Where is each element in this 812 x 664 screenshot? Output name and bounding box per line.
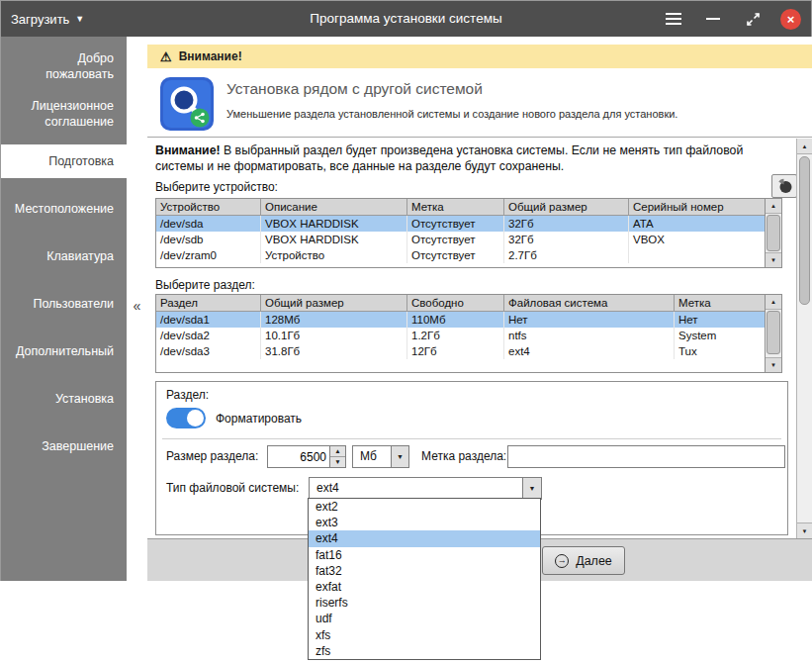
next-arrow-icon: → <box>555 554 569 568</box>
partition-label-label: Метка раздела: <box>421 449 506 463</box>
collapse-sidebar-button[interactable]: « <box>127 298 147 318</box>
sidebar-item-welcome: Добро пожаловать <box>1 43 127 90</box>
minimize-button[interactable] <box>701 7 725 31</box>
sidebar-item-users: Пользователи <box>1 280 127 328</box>
sidebar-item-additional: Дополнительный <box>1 328 127 375</box>
next-button[interactable]: → Далее <box>542 546 625 575</box>
fstype-option[interactable]: udf <box>309 611 540 626</box>
menu-button[interactable] <box>662 7 685 31</box>
maximize-button[interactable] <box>741 7 765 31</box>
close-button[interactable]: × <box>780 9 801 30</box>
table-cell: 10.1Гб <box>261 328 407 343</box>
partition-table-body: Раздел Общий размер Свободно Файловая си… <box>156 295 765 372</box>
expand-icon <box>746 12 761 27</box>
size-input[interactable] <box>268 446 329 467</box>
partition-label-input[interactable] <box>507 445 785 468</box>
device-row-sdb[interactable]: /dev/sdb VBOX HARDDISK Отсутствует 32Гб … <box>156 232 765 247</box>
table-cell: 32Гб <box>504 216 629 232</box>
table-cell: Tux <box>675 343 765 359</box>
notice-text: Внимание! В выбранный раздел будет произ… <box>155 143 788 174</box>
device-row-sda[interactable]: /dev/sda VBOX HARDDISK Отсутствует 32Гб … <box>156 216 765 232</box>
scroll-down-button[interactable]: ▼ <box>766 357 781 372</box>
partition-row-sda1[interactable]: /dev/sda1 128Мб 110Мб Нет Нет <box>156 312 765 328</box>
scrollbar-thumb[interactable] <box>799 156 810 305</box>
sidebar-gutter: « <box>127 37 147 581</box>
scroll-up-button[interactable]: ▲ <box>766 295 781 310</box>
main-scrollbar: ▲ ▼ <box>796 139 812 538</box>
spin-down-button[interactable]: ▼ <box>330 457 345 467</box>
scroll-up-button[interactable]: ▲ <box>797 139 812 154</box>
scrollbar-thumb[interactable] <box>767 215 780 251</box>
table-cell: Отсутствует <box>407 247 504 263</box>
scroll-up-button[interactable]: ▲ <box>766 199 781 214</box>
scrollbar-thumb[interactable] <box>767 311 780 354</box>
column-header: Файловая система <box>504 295 675 312</box>
table-cell: Отсутствует <box>407 216 504 232</box>
device-row-zram0[interactable]: /dev/zram0 Устройство Отсутствует 2.7Гб <box>156 247 765 263</box>
table-cell: ntfs <box>504 328 675 343</box>
fstype-dropdown-list: ext2 ext3 ext4 fat16 fat32 exfat riserfs… <box>308 498 541 660</box>
table-cell: 110Мб <box>407 312 504 328</box>
steps-sidebar: Добро пожаловать Лицензионное соглашение… <box>1 37 127 581</box>
sidebar-item-preparation: Подготовка <box>1 144 127 178</box>
table-cell: 32Гб <box>504 232 629 247</box>
device-table-body: Устройство Описание Метка Общий размер С… <box>156 199 765 267</box>
minimize-icon <box>706 18 720 20</box>
fstype-option-selected[interactable]: ext4 <box>309 530 540 546</box>
table-cell: VBOX HARDDISK <box>261 216 407 232</box>
sidebar-item-keyboard: Клавиатура <box>1 233 127 280</box>
scrollbar-track[interactable] <box>766 214 781 252</box>
column-header: Общий размер <box>261 295 407 312</box>
fstype-option[interactable]: ext2 <box>309 499 540 515</box>
scroll-down-button[interactable]: ▼ <box>797 522 812 538</box>
warning-banner-label: Внимание! <box>179 49 242 63</box>
pie-chart-icon <box>776 178 793 194</box>
table-cell: /dev/zram0 <box>156 247 261 263</box>
disk-utility-icon <box>159 76 215 132</box>
fstype-option[interactable]: fat16 <box>309 547 540 563</box>
column-header: Описание <box>261 199 407 216</box>
spin-up-button[interactable]: ▲ <box>330 446 345 457</box>
column-header: Метка <box>407 199 504 216</box>
partition-box-title: Раздел: <box>166 388 209 402</box>
table-cell: 128Мб <box>261 312 407 328</box>
partition-row-sda3[interactable]: /dev/sda3 31.8Гб 12Гб ext4 Tux <box>156 343 765 359</box>
unit-value: Мб <box>360 449 377 463</box>
pie-chart-button[interactable] <box>771 174 797 198</box>
next-button-label: Далее <box>576 554 612 568</box>
sidebar-item-finish: Завершение <box>1 423 127 470</box>
scrollbar-track[interactable] <box>766 310 781 357</box>
device-section-label: Выберите устройство: <box>155 180 278 194</box>
fstype-option[interactable]: riserfs <box>309 595 540 611</box>
format-toggle[interactable] <box>166 408 206 428</box>
sidebar-item-install: Установка <box>1 375 127 423</box>
fstype-option[interactable]: xfs <box>309 627 540 643</box>
unit-select[interactable]: Мб ▼ <box>352 445 409 468</box>
table-cell <box>629 247 765 263</box>
warning-icon: ⚠ <box>160 49 172 64</box>
fstype-option[interactable]: fat32 <box>309 563 540 579</box>
fstype-combobox[interactable]: ext4 ▼ <box>309 477 542 500</box>
separator <box>162 438 781 439</box>
table-cell: System <box>675 328 765 343</box>
column-header: Метка <box>675 295 765 312</box>
table-cell: 2.7Гб <box>504 247 629 263</box>
table-cell: VBOX HARDDISK <box>261 232 407 247</box>
page-subtitle: Уменьшение раздела установленной системы… <box>226 108 677 120</box>
fstype-option[interactable]: exfat <box>309 579 540 595</box>
fstype-label: Тип файловой системы: <box>166 481 299 495</box>
table-cell: Устройство <box>261 247 407 263</box>
table-cell: 1.2Гб <box>407 328 504 343</box>
table-cell: Нет <box>504 312 675 328</box>
partition-table-header: Раздел Общий размер Свободно Файловая си… <box>156 295 765 312</box>
fstype-option[interactable]: zfs <box>309 643 540 659</box>
sidebar-item-location: Местоположение <box>1 185 127 233</box>
warning-banner: ⚠ Внимание! <box>147 45 812 68</box>
scroll-down-button[interactable]: ▼ <box>766 252 781 267</box>
partition-section-label: Выберите раздел: <box>155 278 255 292</box>
fstype-option[interactable]: ext3 <box>309 515 540 530</box>
column-header: Свободно <box>407 295 504 312</box>
partition-row-sda2[interactable]: /dev/sda2 10.1Гб 1.2Гб ntfs System <box>156 328 765 343</box>
table-cell: 31.8Гб <box>261 343 407 359</box>
installer-window: Загрузить ▼ Программа установки системы <box>0 0 812 581</box>
